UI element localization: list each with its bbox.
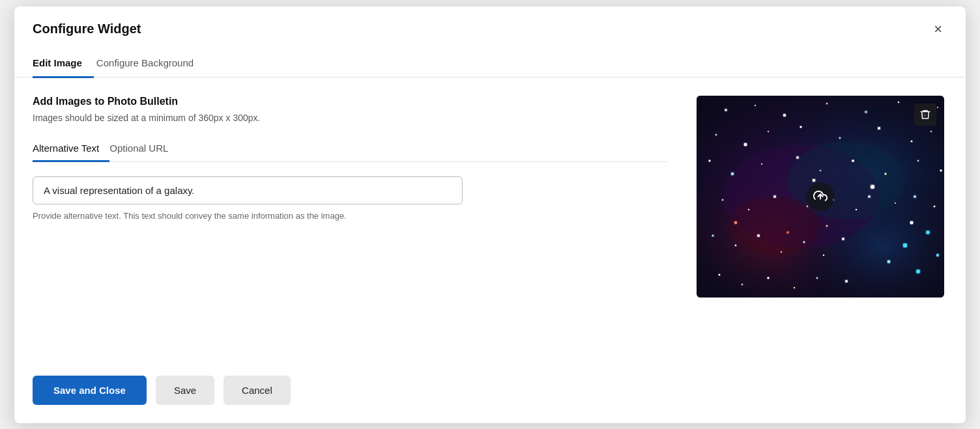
svg-point-58 (794, 287, 795, 288)
svg-point-9 (755, 105, 756, 106)
svg-point-37 (936, 254, 939, 256)
modal-body: Add Images to Photo Bulletin Images shou… (14, 77, 966, 357)
svg-point-61 (734, 221, 737, 224)
tab-configure-background[interactable]: Configure Background (94, 51, 205, 78)
svg-point-7 (729, 197, 820, 255)
svg-point-18 (768, 131, 769, 132)
modal-header: Configure Widget × (14, 7, 966, 39)
svg-point-25 (731, 173, 734, 176)
svg-point-55 (718, 273, 720, 275)
svg-point-57 (767, 277, 770, 279)
svg-point-54 (842, 238, 844, 240)
alt-text-hint: Provide alternative text. This text shou… (33, 211, 667, 221)
svg-point-52 (803, 241, 805, 243)
svg-point-49 (735, 245, 737, 247)
sub-tab-optional-url[interactable]: Optional URL (109, 137, 179, 162)
modal-title: Configure Widget (33, 21, 141, 36)
svg-point-11 (826, 103, 828, 105)
save-button[interactable]: Save (156, 376, 214, 405)
svg-point-41 (807, 206, 809, 208)
svg-point-32 (940, 169, 942, 172)
svg-point-63 (826, 225, 828, 227)
upload-icon (813, 189, 828, 204)
svg-point-59 (816, 277, 818, 279)
delete-image-button[interactable] (914, 104, 936, 126)
svg-point-40 (773, 195, 776, 198)
svg-point-45 (895, 202, 896, 204)
svg-point-34 (926, 230, 930, 234)
svg-point-33 (903, 243, 907, 247)
svg-point-56 (742, 284, 743, 286)
svg-point-30 (884, 173, 886, 174)
svg-point-35 (887, 260, 891, 264)
svg-point-66 (813, 179, 816, 182)
svg-point-22 (910, 140, 912, 142)
upload-image-button[interactable] (806, 182, 835, 211)
svg-point-21 (878, 127, 880, 130)
svg-point-47 (934, 206, 936, 208)
svg-point-16 (715, 134, 717, 136)
svg-point-62 (786, 231, 789, 234)
svg-point-17 (744, 143, 747, 146)
svg-point-10 (783, 114, 786, 117)
svg-point-24 (708, 159, 710, 161)
sub-tab-alternative-text[interactable]: Alternative Text (33, 137, 109, 162)
section-description: Images should be sized at a minimum of 3… (33, 113, 667, 123)
svg-point-8 (725, 109, 727, 111)
svg-point-19 (800, 126, 802, 128)
svg-point-23 (930, 131, 932, 133)
svg-point-29 (852, 159, 854, 162)
svg-point-44 (868, 195, 871, 198)
svg-point-43 (856, 209, 857, 211)
svg-point-36 (916, 270, 920, 273)
configure-widget-modal: Configure Widget × Edit Image Configure … (14, 7, 966, 423)
save-and-close-button[interactable]: Save and Close (33, 376, 147, 405)
close-button[interactable]: × (929, 20, 947, 39)
tab-edit-image[interactable]: Edit Image (33, 51, 94, 78)
svg-point-27 (796, 156, 799, 159)
svg-point-50 (757, 234, 760, 237)
svg-point-15 (937, 107, 938, 108)
svg-point-53 (823, 255, 824, 256)
section-title: Add Images to Photo Bulletin (33, 96, 667, 107)
svg-point-13 (898, 102, 900, 104)
svg-point-31 (917, 160, 919, 162)
cancel-button[interactable]: Cancel (223, 376, 291, 405)
svg-point-48 (712, 234, 714, 237)
svg-point-26 (761, 163, 762, 165)
svg-point-46 (914, 195, 916, 198)
svg-point-20 (839, 137, 841, 139)
image-preview-wrapper (697, 96, 944, 298)
right-panel (693, 96, 947, 357)
svg-point-65 (910, 221, 914, 225)
trash-icon (919, 109, 931, 120)
svg-point-12 (865, 111, 867, 113)
svg-point-39 (748, 209, 749, 210)
left-panel: Add Images to Photo Bulletin Images shou… (33, 96, 667, 357)
svg-point-38 (722, 199, 724, 201)
svg-point-51 (781, 251, 783, 253)
tabs-bar: Edit Image Configure Background (14, 51, 966, 78)
alt-text-input[interactable] (33, 176, 463, 204)
svg-point-60 (845, 280, 848, 283)
svg-point-28 (820, 170, 822, 172)
svg-point-64 (871, 185, 874, 189)
sub-tabs-bar: Alternative Text Optional URL (33, 137, 667, 162)
modal-footer: Save and Close Save Cancel (14, 357, 966, 423)
